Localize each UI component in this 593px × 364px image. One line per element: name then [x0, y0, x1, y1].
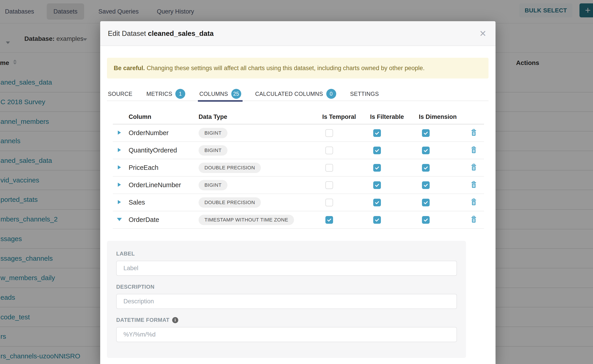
expand-caret-icon[interactable] [118, 183, 121, 187]
delete-column-icon[interactable] [471, 133, 477, 137]
column-header: Column [129, 113, 198, 120]
is-dimension-checkbox[interactable] [422, 199, 430, 206]
column-row-orderdate: OrderDateTIMESTAMP WITHOUT TIME ZONE [113, 211, 484, 229]
is-temporal-checkbox[interactable] [325, 147, 333, 154]
column-name: OrderNumber [129, 129, 169, 136]
tab-label: SETTINGS [350, 91, 379, 97]
label-input[interactable] [116, 261, 457, 276]
is-filterable-checkbox[interactable] [373, 216, 381, 224]
is-filterable-checkbox[interactable] [373, 199, 381, 206]
columns-table-header: Column Data Type Is Temporal Is Filterab… [113, 110, 484, 124]
column-row-priceeach: PriceEachDOUBLE PRECISION [113, 159, 484, 177]
info-icon[interactable]: i [172, 317, 178, 323]
tab-count-badge: 1 [175, 89, 185, 99]
is-dimension-checkbox[interactable] [422, 164, 430, 172]
label-field-label: LABEL [116, 251, 457, 257]
tab-label: SOURCE [108, 91, 132, 97]
tab-settings[interactable]: SETTINGS [350, 87, 379, 101]
column-name: Sales [129, 199, 145, 206]
tab-count-badge: 25 [231, 89, 241, 99]
is-filterable-checkbox[interactable] [373, 181, 381, 189]
tab-count-badge: 0 [326, 89, 336, 99]
modal-title: Edit Dataset cleaned_sales_data [108, 21, 214, 46]
column-name: QuantityOrdered [129, 147, 177, 154]
tab-calculated-columns[interactable]: CALCULATED COLUMNS0 [255, 87, 336, 101]
collapse-caret-icon[interactable] [117, 218, 122, 221]
data-type-pill: BIGINT [198, 128, 227, 138]
delete-column-icon[interactable] [471, 150, 477, 154]
close-icon[interactable]: ✕ [476, 21, 490, 46]
is-filterable-checkbox[interactable] [373, 147, 381, 154]
data-type-header: Data Type [198, 113, 322, 120]
warning-bold: Be careful. [114, 65, 145, 72]
data-type-pill: DOUBLE PRECISION [198, 197, 261, 208]
column-row-sales: SalesDOUBLE PRECISION [113, 194, 484, 211]
is-temporal-checkbox[interactable] [325, 216, 333, 224]
datetime-format-field-label: DATETIME FORMAT i [116, 317, 457, 323]
is-dimension-checkbox[interactable] [422, 216, 430, 224]
datetime-format-input[interactable] [116, 327, 457, 342]
is-temporal-checkbox[interactable] [325, 199, 333, 206]
tab-source[interactable]: SOURCE [108, 87, 132, 101]
expand-caret-icon[interactable] [118, 200, 121, 204]
is-dimension-checkbox[interactable] [422, 129, 430, 137]
is-dimension-header: Is Dimension [419, 113, 471, 120]
tab-columns[interactable]: COLUMNS25 [199, 87, 241, 101]
delete-column-icon[interactable] [471, 185, 477, 189]
description-field-label: DESCRIPTION [116, 284, 457, 290]
warning-text: Changing these settings will affect all … [147, 65, 425, 72]
delete-column-icon[interactable] [471, 168, 477, 172]
modal-title-prefix: Edit Dataset [108, 30, 146, 38]
tab-label: COLUMNS [199, 91, 228, 97]
column-name: PriceEach [129, 164, 158, 171]
is-temporal-checkbox[interactable] [325, 164, 333, 172]
warning-banner: Be careful. Changing these settings will… [107, 58, 488, 78]
edit-dataset-modal: Edit Dataset cleaned_sales_data ✕ Be car… [100, 21, 495, 364]
column-row-ordernumber: OrderNumberBIGINT [113, 124, 484, 142]
columns-table: Column Data Type Is Temporal Is Filterab… [113, 110, 484, 229]
description-input[interactable] [116, 294, 457, 309]
expand-caret-icon[interactable] [118, 148, 121, 152]
column-detail-panel: LABEL DESCRIPTION DATETIME FORMAT i [107, 241, 466, 358]
tab-label: CALCULATED COLUMNS [255, 91, 323, 97]
delete-column-icon[interactable] [471, 220, 477, 224]
modal-header: Edit Dataset cleaned_sales_data ✕ [100, 21, 495, 46]
modal-title-dataset-name: cleaned_sales_data [148, 30, 214, 38]
is-filterable-header: Is Filterable [370, 113, 419, 120]
is-temporal-header: Is Temporal [322, 113, 370, 120]
column-row-quantityordered: QuantityOrderedBIGINT [113, 142, 484, 159]
delete-column-icon[interactable] [471, 202, 477, 206]
data-type-pill: BIGINT [198, 145, 227, 156]
tab-label: METRICS [146, 91, 172, 97]
expand-caret-icon[interactable] [118, 165, 121, 169]
column-name: OrderLineNumber [129, 181, 181, 188]
is-filterable-checkbox[interactable] [373, 129, 381, 137]
data-type-pill: DOUBLE PRECISION [198, 162, 261, 173]
is-filterable-checkbox[interactable] [373, 164, 381, 172]
tab-metrics[interactable]: METRICS1 [146, 87, 185, 101]
column-name: OrderDate [129, 216, 159, 223]
is-temporal-checkbox[interactable] [325, 129, 333, 137]
is-temporal-checkbox[interactable] [325, 181, 333, 189]
data-type-pill: TIMESTAMP WITHOUT TIME ZONE [198, 215, 294, 225]
column-row-orderlinenumber: OrderLineNumberBIGINT [113, 177, 484, 194]
is-dimension-checkbox[interactable] [422, 181, 430, 189]
is-dimension-checkbox[interactable] [422, 147, 430, 154]
expand-caret-icon[interactable] [118, 130, 121, 135]
data-type-pill: BIGINT [198, 180, 227, 190]
modal-tabs: SOURCEMETRICS1COLUMNS25CALCULATED COLUMN… [107, 87, 488, 101]
